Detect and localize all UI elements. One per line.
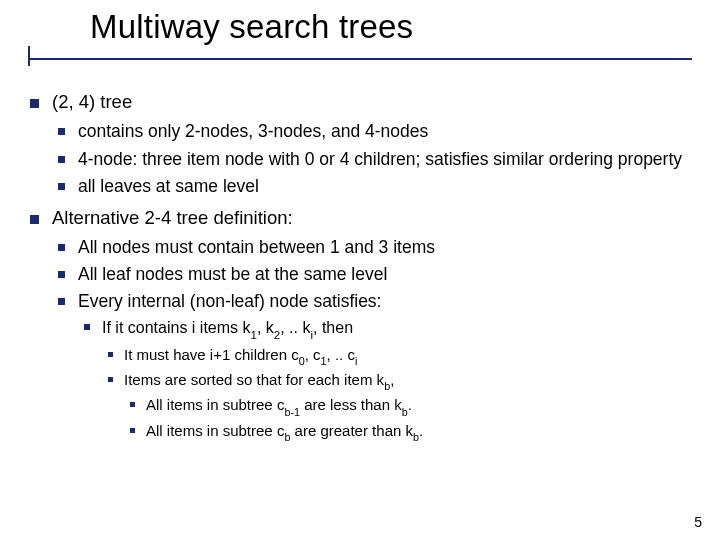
list-item: 4-node: three item node with 0 or 4 chil…: [52, 148, 700, 171]
bullet-list: contains only 2-nodes, 3-nodes, and 4-no…: [52, 120, 700, 197]
slide-body: (2, 4) tree contains only 2-nodes, 3-nod…: [0, 74, 720, 443]
list-item: All items in subtree cb are greater than…: [124, 421, 700, 443]
list-item-label: contains only 2-nodes, 3-nodes, and 4-no…: [78, 121, 428, 141]
list-item-label: All items in subtree cb-1 are less than …: [146, 396, 412, 413]
list-item-label: It must have i+1 children c0, c1, .. ci: [124, 346, 357, 363]
bullet-list: It must have i+1 children c0, c1, .. ci …: [102, 345, 700, 443]
bullet-list: All nodes must contain between 1 and 3 i…: [52, 236, 700, 443]
bullet-list: All items in subtree cb-1 are less than …: [124, 395, 700, 443]
list-item-label: Alternative 2-4 tree definition:: [52, 207, 293, 228]
page-number: 5: [694, 514, 702, 530]
list-item: All items in subtree cb-1 are less than …: [124, 395, 700, 417]
bullet-list: If it contains i items k1, k2, .. ki, th…: [78, 317, 700, 442]
bullet-list: (2, 4) tree contains only 2-nodes, 3-nod…: [24, 90, 700, 443]
list-item: all leaves at same level: [52, 175, 700, 198]
slide-title: Multiway search trees: [90, 8, 413, 46]
list-item: Every internal (non-leaf) node satisfies…: [52, 290, 700, 442]
list-item-label: All leaf nodes must be at the same level: [78, 264, 387, 284]
list-item-label: 4-node: three item node with 0 or 4 chil…: [78, 149, 682, 169]
title-area: Multiway search trees: [0, 0, 720, 74]
list-item: All nodes must contain between 1 and 3 i…: [52, 236, 700, 259]
title-rule-tick: [28, 46, 30, 66]
list-item: If it contains i items k1, k2, .. ki, th…: [78, 317, 700, 442]
list-item-label: (2, 4) tree: [52, 91, 132, 112]
list-item: It must have i+1 children c0, c1, .. ci: [102, 345, 700, 367]
slide: Multiway search trees (2, 4) tree contai…: [0, 0, 720, 540]
list-item: (2, 4) tree contains only 2-nodes, 3-nod…: [24, 90, 700, 198]
list-item: Items are sorted so that for each item k…: [102, 370, 700, 443]
list-item: contains only 2-nodes, 3-nodes, and 4-no…: [52, 120, 700, 143]
list-item-label: Items are sorted so that for each item k…: [124, 371, 394, 388]
list-item-label: Every internal (non-leaf) node satisfies…: [78, 291, 381, 311]
title-rule: [28, 58, 692, 60]
list-item: Alternative 2-4 tree definition: All nod…: [24, 206, 700, 443]
list-item-label: If it contains i items k1, k2, .. ki, th…: [102, 319, 353, 336]
list-item: All leaf nodes must be at the same level: [52, 263, 700, 286]
list-item-label: All nodes must contain between 1 and 3 i…: [78, 237, 435, 257]
list-item-label: All items in subtree cb are greater than…: [146, 422, 423, 439]
list-item-label: all leaves at same level: [78, 176, 259, 196]
